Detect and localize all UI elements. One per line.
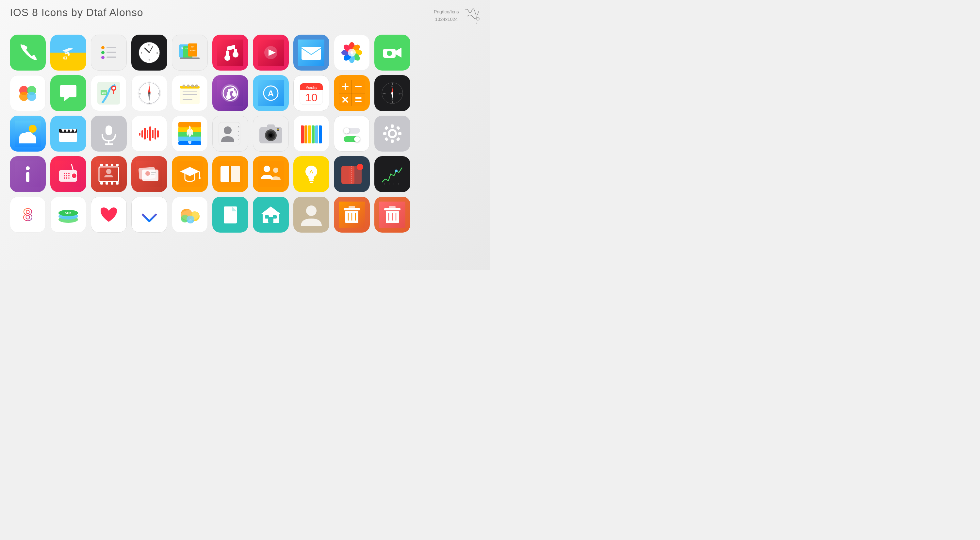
- svg-text:D: D: [237, 137, 239, 140]
- icon-itunes[interactable]: [212, 75, 248, 111]
- icon-row-3: A B C D: [10, 116, 480, 151]
- svg-text:S: S: [391, 99, 393, 102]
- icon-sdk[interactable]: SDK: [50, 197, 86, 233]
- icon-microphone[interactable]: [91, 116, 127, 151]
- svg-rect-138: [157, 131, 159, 137]
- icon-accessibility[interactable]: [334, 116, 370, 151]
- icon-education[interactable]: [172, 156, 208, 192]
- svg-point-180: [26, 166, 30, 170]
- icon-movie-frame[interactable]: [91, 156, 127, 192]
- svg-text:!: !: [360, 166, 361, 169]
- svg-text:A: A: [268, 89, 274, 98]
- icon-ibooks-color[interactable]: [293, 116, 329, 151]
- svg-point-157: [277, 129, 278, 131]
- icon-reminders[interactable]: [91, 35, 127, 70]
- icon-row-4: !: [10, 156, 480, 192]
- svg-rect-74: [183, 97, 197, 97]
- icon-profile[interactable]: [293, 197, 329, 233]
- svg-text:SPORTS: SPORTS: [189, 49, 196, 51]
- svg-point-165: [344, 128, 350, 134]
- page-title: IOS 8 Icons by Dtaf Alonso: [10, 6, 143, 19]
- icon-music[interactable]: [212, 35, 248, 70]
- icon-radio[interactable]: [50, 156, 86, 192]
- icon-final-cut[interactable]: [50, 116, 86, 151]
- svg-point-251: [181, 210, 199, 220]
- icon-notes[interactable]: [172, 75, 208, 111]
- icon-mail[interactable]: [293, 35, 329, 70]
- icon-periscope[interactable]: [10, 156, 46, 192]
- svg-point-220: [273, 167, 278, 173]
- icon-newsstand[interactable]: News TRAVEL ART SPORTS: [172, 35, 208, 70]
- svg-point-60: [112, 87, 115, 89]
- icon-light-bulb[interactable]: [293, 156, 329, 192]
- icon-contacts[interactable]: A B C D: [212, 116, 248, 151]
- svg-rect-197: [100, 164, 103, 166]
- svg-text:N: N: [148, 83, 150, 85]
- icon-calculator[interactable]: [334, 75, 370, 111]
- icon-day-one[interactable]: [172, 116, 208, 151]
- svg-rect-234: [379, 161, 406, 187]
- icon-travel[interactable]: [50, 35, 86, 70]
- svg-rect-266: [348, 206, 355, 209]
- svg-point-170: [390, 131, 395, 136]
- icon-weather[interactable]: [10, 116, 46, 151]
- svg-rect-171: [391, 124, 394, 128]
- icon-game-center[interactable]: [10, 75, 46, 111]
- icon-settings[interactable]: [374, 116, 410, 151]
- svg-text:A: A: [238, 126, 239, 128]
- svg-point-219: [264, 166, 270, 172]
- icon-card-case[interactable]: [131, 156, 167, 192]
- icon-row-1: 12 6 9 3 News TRAVEL ART SPORTS: [10, 35, 480, 70]
- icon-maps[interactable]: 280: [91, 75, 127, 111]
- icon-facetime[interactable]: [374, 35, 410, 70]
- icon-messages[interactable]: [50, 75, 86, 111]
- svg-point-187: [64, 175, 65, 177]
- signature-icon: 2: [462, 6, 480, 24]
- svg-point-119: [29, 125, 37, 133]
- svg-point-194: [72, 173, 77, 178]
- icon-ios8[interactable]: 8: [10, 197, 46, 233]
- svg-point-0: [477, 18, 479, 20]
- icon-clock[interactable]: 12 6 9 3: [131, 35, 167, 70]
- icon-ibooks-open[interactable]: [212, 156, 248, 192]
- icon-stocks[interactable]: [374, 156, 410, 192]
- svg-text:8: 8: [23, 205, 33, 224]
- svg-rect-259: [265, 215, 269, 218]
- svg-point-117: [391, 92, 393, 94]
- icon-calendar[interactable]: Monday 10: [293, 75, 329, 111]
- svg-point-185: [66, 173, 67, 174]
- icon-health[interactable]: [91, 197, 127, 233]
- svg-text:ART: ART: [191, 46, 194, 48]
- svg-point-32: [232, 52, 239, 57]
- icon-camera[interactable]: [253, 116, 289, 151]
- icon-trash-1[interactable]: [334, 197, 370, 233]
- icon-photos[interactable]: [334, 35, 370, 70]
- icon-youtube[interactable]: [253, 35, 289, 70]
- icon-safari[interactable]: N S W E: [131, 75, 167, 111]
- icon-memo[interactable]: [212, 197, 248, 233]
- icon-phone[interactable]: [10, 35, 46, 70]
- svg-rect-181: [26, 172, 29, 182]
- svg-rect-132: [142, 131, 143, 137]
- icon-compass[interactable]: N S W E: [374, 75, 410, 111]
- icon-voice-memos[interactable]: [131, 116, 167, 151]
- svg-point-191: [66, 177, 67, 179]
- icon-trash-2[interactable]: [374, 197, 410, 233]
- svg-rect-72: [183, 91, 197, 92]
- icon-appstore[interactable]: A: [253, 75, 289, 111]
- svg-text:N: N: [391, 85, 393, 88]
- icon-cloud-photo[interactable]: [172, 197, 208, 233]
- svg-rect-208: [142, 170, 158, 181]
- icon-download[interactable]: [131, 197, 167, 233]
- icon-family-sharing[interactable]: [253, 156, 289, 192]
- svg-point-186: [68, 173, 70, 174]
- svg-text:12: 12: [148, 44, 151, 46]
- icon-focusx[interactable]: !: [334, 156, 370, 192]
- svg-rect-173: [383, 132, 387, 135]
- svg-rect-224: [309, 179, 313, 181]
- svg-point-7: [101, 51, 105, 54]
- svg-rect-204: [116, 182, 119, 185]
- svg-rect-258: [268, 217, 274, 223]
- icon-home[interactable]: [253, 197, 289, 233]
- svg-rect-159: [304, 126, 307, 143]
